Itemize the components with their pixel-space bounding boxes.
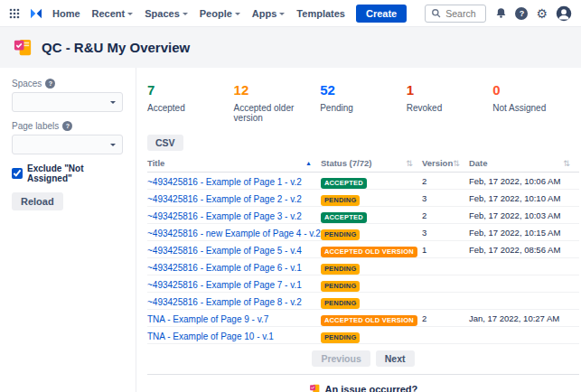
- version-cell: 2: [422, 313, 469, 323]
- page-labels-select[interactable]: [12, 135, 123, 154]
- status-badge: PENDING: [321, 332, 361, 343]
- status-badge: PENDING: [321, 281, 361, 292]
- search-icon: [431, 8, 441, 18]
- reload-button[interactable]: Reload: [12, 192, 63, 210]
- settings-gear-icon[interactable]: ⚙: [536, 7, 548, 20]
- date-cell: Jan, 17 2022, 10:27 AM: [469, 313, 579, 323]
- table-row: ~493425816 - Example of Page 5 - v.4 ACC…: [147, 241, 579, 258]
- confluence-logo-icon[interactable]: [29, 6, 43, 21]
- page-link[interactable]: ~493425816 - Example of Page 8 - v.2: [147, 297, 302, 307]
- stat-accepted: 7 Accepted: [147, 82, 234, 123]
- stat-label: Revoked: [407, 103, 493, 113]
- chevron-down-icon: [110, 101, 116, 104]
- help-question-icon[interactable]: ?: [515, 7, 528, 20]
- sort-ascending-icon[interactable]: ▲: [305, 160, 312, 166]
- date-cell: Feb, 17 2022, 10:03 AM: [469, 210, 579, 220]
- nav-label: Recent: [92, 8, 126, 19]
- table-row: ~493425816 - Example of Page 6 - v.1 PEN…: [147, 258, 579, 275]
- page-link[interactable]: ~493425816 - new Example of Page 4 - v.2: [147, 229, 321, 238]
- exclude-not-assigned-label: Exclude "Not Assigned": [27, 163, 123, 183]
- spaces-field-label: Spaces ?: [12, 79, 123, 89]
- sort-icon[interactable]: ⇅: [406, 159, 413, 168]
- app-icon: [309, 383, 321, 392]
- chevron-down-icon: [235, 13, 240, 15]
- page-link[interactable]: ~493425816 - Example of Page 5 - v.4: [147, 246, 302, 256]
- status-badge: PENDING: [321, 229, 361, 240]
- nav-label: People: [200, 8, 232, 19]
- chevron-down-icon: [127, 13, 133, 15]
- table-row: ~493425816 - Example of Page 8 - v.2 PEN…: [147, 293, 579, 310]
- page-link[interactable]: ~493425816 - Example of Page 7 - v.1: [147, 280, 302, 290]
- app-icon: [13, 37, 33, 58]
- stat-value: 1: [407, 82, 493, 98]
- spaces-select[interactable]: [12, 92, 123, 112]
- column-header-date[interactable]: Date ⇅: [469, 158, 579, 168]
- help-icon[interactable]: ?: [45, 79, 55, 89]
- page-link[interactable]: ~493425816 - Example of Page 3 - v.2: [147, 211, 302, 221]
- page-link[interactable]: ~493425816 - Example of Page 2 - v.2: [147, 194, 302, 204]
- sort-icon[interactable]: ⇅: [563, 159, 570, 168]
- content-area: Spaces ? Page labels ? Exclude "Not Assi…: [0, 68, 581, 392]
- table-row: ~493425816 - Example of Page 2 - v.2 PEN…: [147, 190, 579, 207]
- create-button[interactable]: Create: [356, 5, 407, 23]
- main-menu: Home Recent Spaces People Apps Templates: [52, 8, 345, 19]
- user-avatar[interactable]: [556, 5, 572, 22]
- app-switcher-icon[interactable]: [9, 8, 20, 19]
- page-link[interactable]: ~493425816 - Example of Page 6 - v.1: [147, 263, 302, 273]
- footer-title-row: An issue occurred?: [147, 383, 579, 392]
- nav-people[interactable]: People: [200, 8, 240, 19]
- stat-accepted-older-version: 12 Accepted older version: [234, 82, 321, 123]
- column-label: Version: [422, 158, 453, 168]
- previous-page-button[interactable]: Previous: [312, 350, 370, 367]
- stat-value: 12: [234, 82, 321, 98]
- main-panel: 7 Accepted 12 Accepted older version 52 …: [136, 68, 581, 392]
- column-label: Title: [147, 158, 164, 168]
- version-cell: 2: [422, 176, 469, 186]
- stat-label: Accepted older version: [234, 103, 321, 123]
- version-cell: 1: [422, 245, 469, 255]
- table-body: ~493425816 - Example of Page 1 - v.2 ACC…: [147, 173, 579, 344]
- status-badge: PENDING: [321, 264, 361, 275]
- version-cell: 3: [422, 228, 469, 238]
- help-icon[interactable]: ?: [62, 121, 72, 131]
- nav-home[interactable]: Home: [52, 8, 80, 19]
- sort-icon[interactable]: ⇅: [453, 159, 460, 168]
- search-input[interactable]: [445, 8, 480, 19]
- nav-label: Spaces: [145, 8, 180, 19]
- page-labels-field-label: Page labels ?: [12, 121, 123, 131]
- table-row: ~493425816 - Example of Page 3 - v.2 ACC…: [147, 207, 579, 224]
- stat-value: 7: [147, 82, 234, 98]
- exclude-not-assigned-checkbox[interactable]: [12, 168, 23, 179]
- footer: An issue occurred? Go to our documentati…: [147, 383, 579, 392]
- stat-label: Pending: [320, 103, 407, 113]
- filter-sidebar: Spaces ? Page labels ? Exclude "Not Assi…: [0, 68, 136, 392]
- chevron-down-icon: [110, 144, 116, 146]
- nav-recent[interactable]: Recent: [92, 8, 134, 19]
- page-link[interactable]: TNA - Example of Page 10 - v.1: [147, 331, 274, 341]
- next-page-button[interactable]: Next: [376, 350, 415, 367]
- column-header-status[interactable]: Status (7/72) ⇅: [321, 158, 422, 168]
- status-badge: ACCEPTED: [321, 212, 367, 223]
- column-header-version[interactable]: Version ⇅: [422, 158, 469, 168]
- status-badge: ACCEPTED OLD VERSION: [321, 247, 417, 257]
- notifications-bell-icon[interactable]: [495, 7, 507, 19]
- version-cell: 3: [422, 193, 469, 203]
- page-labels-label: Page labels: [12, 121, 59, 131]
- nav-apps[interactable]: Apps: [252, 8, 286, 19]
- date-cell: Feb, 17 2022, 10:10 AM: [469, 193, 579, 203]
- nav-label: Templates: [296, 8, 345, 19]
- column-header-title[interactable]: Title ▲: [147, 158, 321, 168]
- csv-export-button[interactable]: CSV: [147, 135, 183, 151]
- table-header: Title ▲ Status (7/72) ⇅ Version ⇅ Date ⇅: [147, 158, 579, 173]
- nav-templates[interactable]: Templates: [296, 8, 345, 19]
- nav-spaces[interactable]: Spaces: [145, 8, 188, 19]
- page-link[interactable]: ~493425816 - Example of Page 1 - v.2: [147, 177, 302, 187]
- status-badge: PENDING: [321, 195, 361, 206]
- status-badge: ACCEPTED: [321, 178, 367, 189]
- top-navigation: Home Recent Spaces People Apps Templates…: [0, 0, 581, 27]
- date-cell: Feb, 17 2022, 10:15 AM: [469, 228, 579, 238]
- table-row: ~493425816 - new Example of Page 4 - v.2…: [147, 224, 579, 241]
- page-link[interactable]: TNA - Example of Page 9 - v.7: [147, 314, 268, 324]
- search-box[interactable]: [425, 5, 486, 23]
- stat-value: 0: [492, 82, 579, 98]
